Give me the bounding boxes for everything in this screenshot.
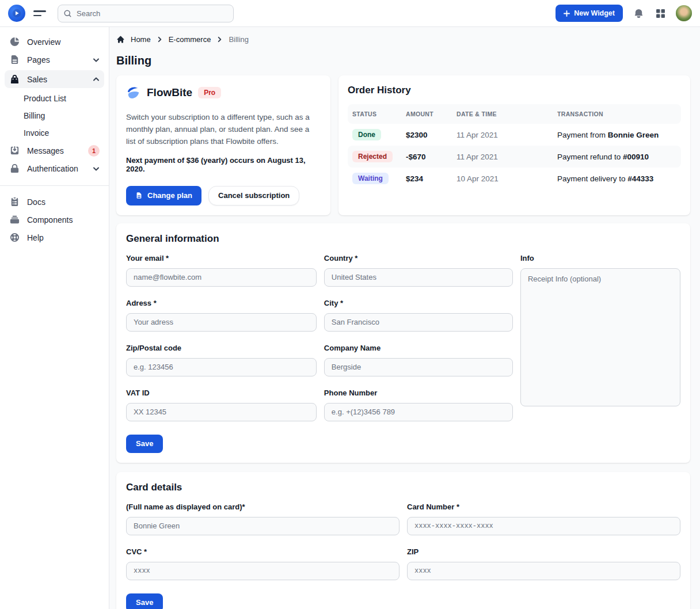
life-buoy-icon	[9, 232, 20, 243]
sidebar-divider	[0, 185, 109, 186]
lock-icon	[9, 163, 20, 174]
card-details-card: Card details (Full name as displayed on …	[116, 472, 690, 609]
card-details-column-2: Card Number * ZIP	[407, 503, 680, 592]
receipt-info-textarea[interactable]	[520, 268, 680, 406]
email-field-group: Your email *	[126, 254, 317, 287]
breadcrumb-current: Billing	[229, 35, 249, 44]
vat-id-field[interactable]	[126, 403, 317, 421]
general-information-title: General information	[126, 233, 680, 245]
pie-chart-icon	[9, 36, 20, 47]
cardholder-name-field[interactable]	[126, 517, 400, 535]
change-plan-button[interactable]: Change plan	[126, 186, 201, 205]
card-details-title: Card details	[126, 482, 680, 493]
apps-grid-icon	[656, 9, 665, 18]
company-name-field[interactable]	[324, 358, 513, 376]
collection-icon	[9, 214, 20, 225]
search-input[interactable]	[58, 5, 234, 22]
general-info-column-2: Country * City * Company Name Phone Numb…	[324, 254, 513, 433]
table-row: Done $2300 11 Apr 2021 Payment from Bonn…	[348, 124, 681, 146]
sidebar-item-billing[interactable]: Billing	[5, 107, 104, 124]
status-badge: Done	[352, 129, 381, 140]
top-navbar: New Widget	[0, 0, 700, 27]
sidebar-item-invoice[interactable]: Invoice	[5, 124, 104, 142]
flowbite-logo-icon	[126, 85, 141, 100]
general-info-column-3: Info	[520, 254, 680, 433]
address-field[interactable]	[126, 313, 317, 332]
card-details-column-1: (Full name as displayed on card)* CVC *	[126, 503, 400, 592]
cvc-field-group: CVC *	[126, 547, 400, 580]
address-field-group: Adress *	[126, 299, 317, 332]
home-icon	[116, 35, 125, 44]
clipboard-icon	[9, 196, 20, 207]
page-title: Billing	[116, 54, 690, 67]
phone-field-group: Phone Number	[324, 389, 513, 421]
general-info-column-1: Your email * Adress * Zip/Postal code VA…	[126, 254, 317, 433]
info-field-group: Info	[520, 254, 680, 409]
order-history-title: Order History	[348, 85, 681, 96]
cvc-field[interactable]	[126, 562, 400, 580]
new-widget-button[interactable]: New Widget	[556, 5, 623, 22]
save-button[interactable]: Save	[126, 435, 163, 453]
chevron-up-icon	[93, 76, 100, 83]
country-field-group: Country *	[324, 254, 513, 287]
sidebar-item-components[interactable]: Components	[5, 211, 104, 229]
zip-field-group: Zip/Postal code	[126, 344, 317, 376]
next-payment-note: Next payment of $36 (yearly) occurs on A…	[126, 156, 321, 173]
sidebar-item-docs[interactable]: Docs	[5, 193, 104, 211]
subscription-card: FlowBite Pro Switch your subscription to…	[116, 75, 330, 215]
breadcrumb-ecommerce[interactable]: E-commerce	[169, 35, 211, 44]
sidebar-item-overview[interactable]: Overview	[5, 33, 104, 51]
sidebar: Overview Pages Sales Product List Billin…	[0, 27, 109, 609]
save-button[interactable]: Save	[126, 593, 163, 609]
city-field-group: City *	[324, 299, 513, 332]
city-field[interactable]	[324, 313, 513, 332]
search-icon	[63, 9, 72, 18]
country-field[interactable]	[324, 268, 513, 287]
general-information-card: General information Your email * Adress …	[116, 223, 690, 463]
phone-number-field[interactable]	[324, 403, 513, 421]
cancel-subscription-button[interactable]: Cancel subscription	[208, 186, 299, 205]
sidebar-item-messages[interactable]: Messages 1	[5, 142, 104, 159]
sidebar-item-authentication[interactable]: Authentication	[5, 159, 104, 177]
cardholder-field-group: (Full name as displayed on card)*	[126, 503, 400, 535]
app-logo[interactable]	[8, 5, 25, 22]
notifications-button[interactable]	[632, 7, 645, 20]
chevron-down-icon	[93, 165, 100, 172]
chevron-right-icon	[216, 36, 223, 43]
sidebar-toggle-icon[interactable]	[33, 7, 50, 20]
card-number-field[interactable]	[407, 517, 680, 535]
company-field-group: Company Name	[324, 344, 513, 376]
status-badge: Waiting	[352, 173, 389, 184]
order-history-card: Order History Status Amount Date & Time …	[338, 75, 690, 215]
email-field[interactable]	[126, 268, 317, 287]
table-row: Rejected -$670 11 Apr 2021 Payment refun…	[348, 146, 681, 168]
search-container	[58, 5, 234, 22]
inbox-icon	[9, 145, 20, 156]
sidebar-item-sales[interactable]: Sales	[5, 70, 104, 88]
breadcrumb: Home E-commerce Billing	[116, 35, 690, 44]
apps-button[interactable]	[655, 7, 667, 20]
chevron-right-icon	[157, 36, 163, 43]
table-header-row: Status Amount Date & Time Transaction	[348, 104, 681, 124]
status-badge: Rejected	[352, 151, 393, 162]
bell-icon	[633, 8, 644, 19]
order-history-table: Status Amount Date & Time Transaction Do…	[348, 104, 681, 189]
pro-badge: Pro	[198, 87, 221, 98]
brand-name: FlowBite	[147, 86, 192, 99]
sidebar-item-pages[interactable]: Pages	[5, 51, 104, 68]
play-icon	[12, 9, 21, 18]
main-content: Home E-commerce Billing Billing FlowBite…	[109, 0, 700, 609]
sidebar-item-help[interactable]: Help	[5, 229, 104, 246]
zip-postal-field[interactable]	[126, 358, 317, 376]
document-icon	[135, 192, 143, 199]
sidebar-item-product-list[interactable]: Product List	[5, 90, 104, 107]
zip-field-group: ZIP	[407, 547, 680, 580]
vat-field-group: VAT ID	[126, 389, 317, 421]
card-zip-field[interactable]	[407, 562, 680, 580]
document-icon	[9, 54, 20, 65]
breadcrumb-home[interactable]: Home	[131, 35, 151, 44]
card-number-field-group: Card Number *	[407, 503, 680, 535]
user-avatar[interactable]	[676, 5, 692, 21]
chevron-down-icon	[93, 56, 100, 63]
messages-count-badge: 1	[88, 145, 100, 157]
